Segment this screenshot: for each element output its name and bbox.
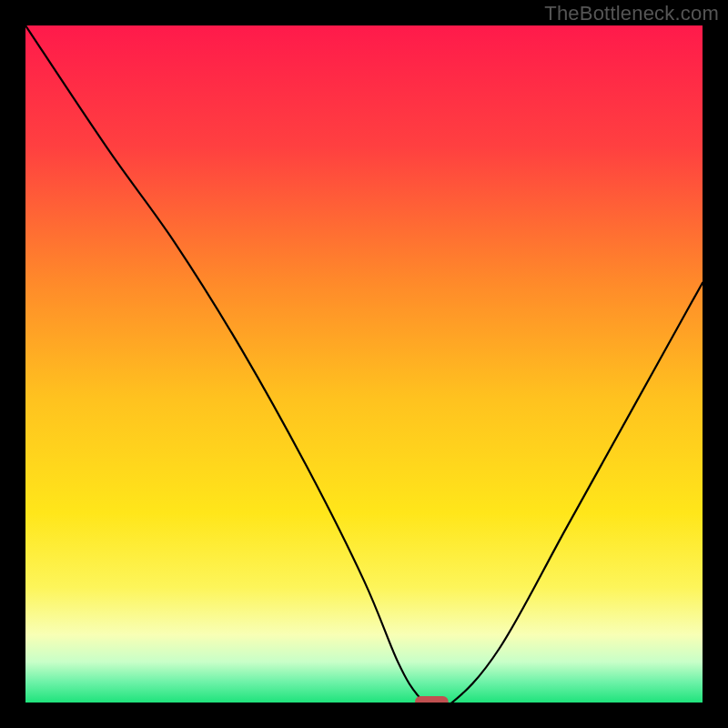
plot-area [25,25,703,703]
watermark-text: TheBottleneck.com [544,2,719,25]
chart-frame: TheBottleneck.com [0,0,728,728]
chart-background [25,25,703,703]
minimum-marker [415,696,449,703]
chart-svg [25,25,703,703]
